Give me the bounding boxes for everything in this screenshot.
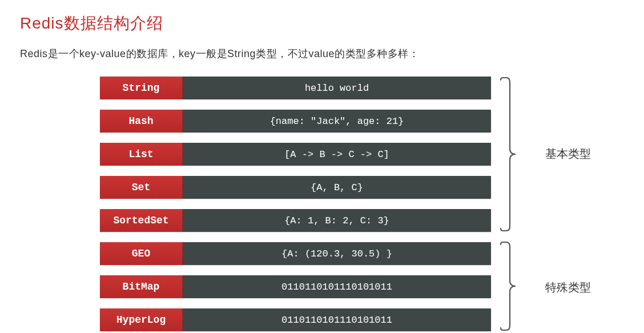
type-value: {A: (120.3, 30.5) } xyxy=(183,242,491,265)
group-label-basic: 基本类型 xyxy=(545,146,591,162)
type-name: List xyxy=(100,143,183,166)
type-value: {A, B, C} xyxy=(183,176,491,199)
table-row: Hash {name: "Jack", age: 21} xyxy=(100,110,491,133)
type-name: HyperLog xyxy=(100,308,183,331)
type-name: Hash xyxy=(100,110,183,133)
type-value: {A: 1, B: 2, C: 3} xyxy=(183,209,491,232)
table-row: List [A -> B -> C -> C] xyxy=(100,143,491,166)
type-name: BitMap xyxy=(100,275,183,298)
type-name: GEO xyxy=(100,242,183,265)
type-name: String xyxy=(100,77,183,99)
table-row: HyperLog 0110110101110101011 xyxy=(100,308,491,331)
page-subtitle: Redis是一个key-value的数据库，key一般是String类型，不过v… xyxy=(0,34,644,61)
bracket-basic xyxy=(500,77,517,232)
data-types-section: String hello world Hash {name: "Jack", a… xyxy=(0,77,644,331)
type-name: SortedSet xyxy=(100,209,183,232)
data-type-rows: String hello world Hash {name: "Jack", a… xyxy=(100,77,491,331)
type-value: hello world xyxy=(183,77,491,99)
group-label-special: 特殊类型 xyxy=(545,280,591,295)
type-value: [A -> B -> C -> C] xyxy=(183,143,491,166)
type-value: 0110110101110101011 xyxy=(183,308,491,331)
bracket-special xyxy=(500,241,517,331)
type-value: 0110110101110101011 xyxy=(183,275,491,298)
table-row: String hello world xyxy=(100,77,491,99)
table-row: BitMap 0110110101110101011 xyxy=(100,275,491,298)
page-title: Redis数据结构介绍 xyxy=(0,0,644,34)
type-value: {name: "Jack", age: 21} xyxy=(183,110,491,133)
table-row: Set {A, B, C} xyxy=(100,176,491,199)
type-name: Set xyxy=(100,176,183,199)
table-row: SortedSet {A: 1, B: 2, C: 3} xyxy=(100,209,491,232)
table-row: GEO {A: (120.3, 30.5) } xyxy=(100,242,491,265)
